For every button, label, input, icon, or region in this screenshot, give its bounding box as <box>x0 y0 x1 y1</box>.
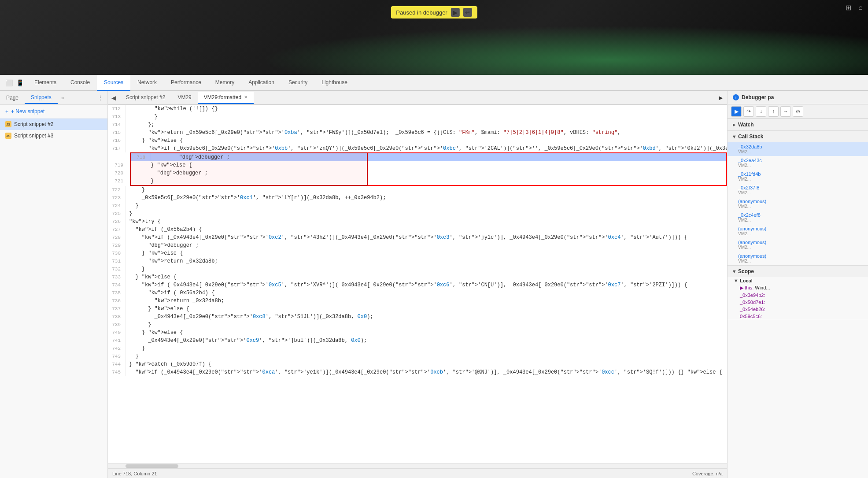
code-line-741: 741 _0x4943e4[_0x29e0("str">"str">'0xc9'… <box>108 337 727 345</box>
tab-sources[interactable]: Sources <box>97 75 130 91</box>
local-triangle: ▶ <box>734 279 738 282</box>
tab-performance[interactable]: Performance <box>164 75 208 91</box>
deactivate-btn[interactable]: ⊘ <box>793 106 803 117</box>
step-into-btn[interactable]: ↓ <box>756 106 766 117</box>
line-content-720: "dbg">debugger ; <box>132 169 208 177</box>
sidebar-tab-snippets[interactable]: Snippets <box>25 92 58 104</box>
line-content-726: "kw">try { <box>129 218 161 226</box>
code-line-742: 742 } <box>108 345 727 352</box>
call-stack-item-2[interactable]: _0x11fd4b VM2... <box>728 170 868 183</box>
sidebar-menu-button[interactable]: ⋮ <box>93 92 107 104</box>
code-editor[interactable]: 712 "kw">while (!![]) {}713 }714 };715 "… <box>108 105 727 463</box>
code-line-739: 739 } <box>108 321 727 329</box>
tab-lighthouse[interactable]: Lighthouse <box>314 75 355 91</box>
line-number-726: 726 <box>108 218 126 226</box>
sidebar-item-snippet-3[interactable]: JS Script snippet #3 <box>0 130 107 141</box>
debugger-panel-title: Debugger pa <box>742 94 774 100</box>
call-stack-item-4[interactable]: (anonymous) VM2... <box>728 197 868 211</box>
watch-header[interactable]: ▶ Watch <box>728 119 868 130</box>
code-line-724: 724 } <box>108 202 727 210</box>
line-number-714: 714 <box>108 121 126 129</box>
grid-icon[interactable]: ⊞ <box>846 4 851 12</box>
editor-tab-end[interactable]: ▶ <box>714 92 727 104</box>
step-btn[interactable]: → <box>780 106 791 117</box>
call-stack-triangle: ▶ <box>732 135 736 138</box>
line-content-742: } <box>129 345 145 352</box>
line-number-737: 737 <box>108 305 126 313</box>
call-stack-item-0[interactable]: _0x32da8b VM2... <box>728 142 868 156</box>
device-icon[interactable]: 📱 <box>16 79 24 86</box>
call-stack-item-1[interactable]: _0x2ea43c VM2... <box>728 156 868 170</box>
line-number-730: 730 <box>108 249 126 257</box>
line-number-742: 742 <box>108 345 126 352</box>
code-line-712: 712 "kw">while (!![]) {} <box>108 105 727 113</box>
line-number-720: 720 <box>111 169 128 177</box>
line-number-736: 736 <box>108 297 126 305</box>
debugger-action-buttons: ▶ ↷ ↓ ↑ → ⊘ <box>728 104 868 119</box>
line-number-743: 743 <box>108 352 126 360</box>
tab-security[interactable]: Security <box>281 75 314 91</box>
tab-console[interactable]: Console <box>63 75 97 91</box>
code-line-740: 740 } "kw">else { <box>108 329 727 337</box>
paused-debugger-badge: Paused in debugger ▶ ↩ <box>391 6 477 19</box>
tab-network[interactable]: Network <box>130 75 164 91</box>
line-number-735: 735 <box>108 289 126 297</box>
line-number-729: 729 <box>108 241 126 249</box>
home-icon[interactable]: ⌂ <box>858 4 863 12</box>
line-number-733: 733 <box>108 273 126 281</box>
code-line-736: 736 "kw">return _0x32da8b; <box>108 297 727 305</box>
editor-tab-vm29formatted[interactable]: VM29:formatted ✕ <box>198 92 254 104</box>
call-stack-item-3[interactable]: _0x2f37f8 VM2... <box>728 183 868 197</box>
line-content-743: } <box>129 352 139 360</box>
code-line-721: 721 } <box>130 177 727 186</box>
call-stack-item-7[interactable]: (anonymous) VM2... <box>728 238 868 252</box>
editor-tab-vm29[interactable]: VM29 <box>171 92 197 104</box>
call-stack-item-8[interactable]: (anonymous) VM2... <box>728 252 868 265</box>
inspect-icon[interactable]: ⬜ <box>5 79 13 86</box>
scope-header[interactable]: ▶ Scope <box>728 266 868 277</box>
new-snippet-button[interactable]: + + New snippet <box>0 105 107 119</box>
editor-tab-snippet2[interactable]: Script snippet #2 <box>120 92 171 104</box>
scrollbar-thumb[interactable] <box>126 464 178 468</box>
code-line-728: 728 "kw">if (_0x4943e4[_0x29e0("str">"st… <box>108 233 727 241</box>
code-line-735: 735 "kw">if (_0x56a2b4) { <box>108 289 727 297</box>
code-line-744: 744} "kw">catch (_0x59d07f) { <box>108 360 727 368</box>
local-scope-header[interactable]: ▶ Local <box>728 277 868 284</box>
step-button[interactable]: ↩ <box>463 8 472 17</box>
line-number-716: 716 <box>108 137 126 145</box>
watch-label: Watch <box>738 122 754 128</box>
line-number-724: 724 <box>108 202 126 210</box>
sidebar-tab-more[interactable]: » <box>58 92 68 104</box>
code-line-732: 732 } <box>108 265 727 273</box>
step-out-btn[interactable]: ↑ <box>768 106 779 117</box>
code-line-723: 723 _0x59e5c6[_0x29e0("str">"str">'0xc1'… <box>108 194 727 202</box>
call-stack-item-5[interactable]: _0x2c4ef8 VM2... <box>728 211 868 224</box>
code-line-733: 733 } "kw">else { <box>108 273 727 281</box>
line-content-719: } "kw">else { <box>132 161 192 169</box>
editor-area: ◀ Script snippet #2 VM29 VM29:formatted … <box>108 91 727 478</box>
line-number-715: 715 <box>108 129 126 137</box>
status-line-col: Line 718, Column 21 <box>112 471 157 476</box>
step-over-btn[interactable]: ↷ <box>743 106 754 117</box>
resume-execution-btn[interactable]: ▶ <box>731 106 742 117</box>
tab-elements[interactable]: Elements <box>27 75 63 91</box>
call-stack-file-6: VM2... <box>738 231 863 236</box>
line-number-712: 712 <box>108 105 126 113</box>
line-content-721: } <box>132 177 154 185</box>
snippet-2-label: Script snippet #2 <box>14 121 53 127</box>
tab-memory[interactable]: Memory <box>208 75 241 91</box>
close-tab-icon[interactable]: ✕ <box>244 95 247 100</box>
line-content-741: _0x4943e4[_0x29e0("str">"str">'0xc9', "s… <box>129 337 367 345</box>
line-content-738: _0x4943e4[_0x29e0("str">"str">'0xc8', "s… <box>129 313 373 321</box>
resume-button[interactable]: ▶ <box>451 8 460 17</box>
sidebar-item-snippet-2[interactable]: JS Script snippet #2 <box>0 119 107 130</box>
line-content-730: } "kw">else { <box>129 249 183 257</box>
tab-application[interactable]: Application <box>241 75 281 91</box>
call-stack-header[interactable]: ▶ Call Stack <box>728 131 868 142</box>
sidebar-tab-page[interactable]: Page <box>0 92 25 104</box>
right-debug-panel: i Debugger pa ▶ ↷ ↓ ↑ → ⊘ ▶ Watch <box>727 91 868 478</box>
call-stack-file-7: VM2... <box>738 245 863 250</box>
editor-nav-back[interactable]: ◀ <box>108 92 120 104</box>
horizontal-scrollbar[interactable] <box>108 463 727 468</box>
call-stack-item-6[interactable]: (anonymous) VM2... <box>728 224 868 238</box>
